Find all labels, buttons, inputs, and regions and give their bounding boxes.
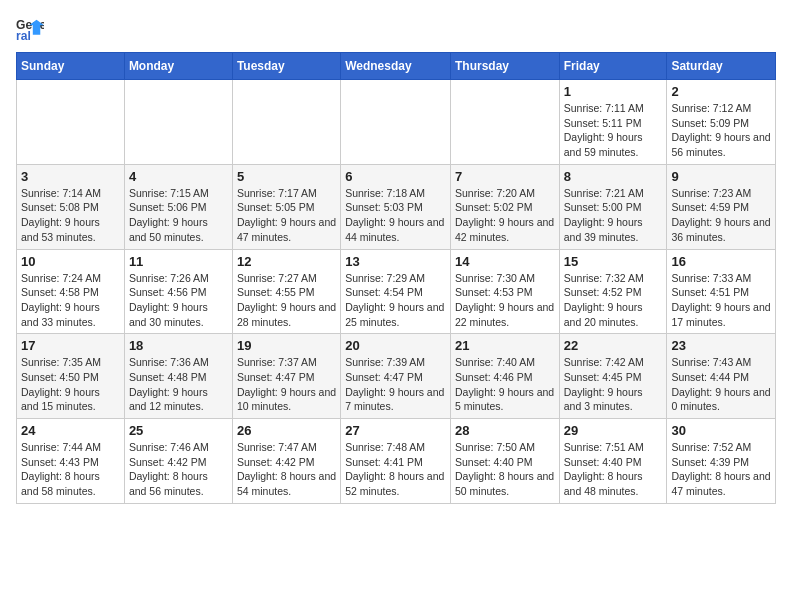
calendar-cell: 1Sunrise: 7:11 AM Sunset: 5:11 PM Daylig… <box>559 80 667 165</box>
logo: Gene ral <box>16 16 46 44</box>
day-number: 5 <box>237 169 336 184</box>
day-header-friday: Friday <box>559 53 667 80</box>
day-info: Sunrise: 7:29 AM Sunset: 4:54 PM Dayligh… <box>345 271 446 330</box>
calendar-cell: 23Sunrise: 7:43 AM Sunset: 4:44 PM Dayli… <box>667 334 776 419</box>
calendar-week-row: 3Sunrise: 7:14 AM Sunset: 5:08 PM Daylig… <box>17 164 776 249</box>
day-number: 12 <box>237 254 336 269</box>
day-header-monday: Monday <box>124 53 232 80</box>
day-number: 22 <box>564 338 663 353</box>
calendar-cell: 8Sunrise: 7:21 AM Sunset: 5:00 PM Daylig… <box>559 164 667 249</box>
day-number: 8 <box>564 169 663 184</box>
day-info: Sunrise: 7:36 AM Sunset: 4:48 PM Dayligh… <box>129 355 228 414</box>
day-info: Sunrise: 7:23 AM Sunset: 4:59 PM Dayligh… <box>671 186 771 245</box>
day-info: Sunrise: 7:43 AM Sunset: 4:44 PM Dayligh… <box>671 355 771 414</box>
day-info: Sunrise: 7:24 AM Sunset: 4:58 PM Dayligh… <box>21 271 120 330</box>
calendar-header-row: SundayMondayTuesdayWednesdayThursdayFrid… <box>17 53 776 80</box>
day-info: Sunrise: 7:50 AM Sunset: 4:40 PM Dayligh… <box>455 440 555 499</box>
calendar-cell <box>124 80 232 165</box>
calendar-cell: 3Sunrise: 7:14 AM Sunset: 5:08 PM Daylig… <box>17 164 125 249</box>
calendar-cell: 18Sunrise: 7:36 AM Sunset: 4:48 PM Dayli… <box>124 334 232 419</box>
calendar-cell: 13Sunrise: 7:29 AM Sunset: 4:54 PM Dayli… <box>341 249 451 334</box>
day-number: 30 <box>671 423 771 438</box>
day-number: 18 <box>129 338 228 353</box>
day-info: Sunrise: 7:18 AM Sunset: 5:03 PM Dayligh… <box>345 186 446 245</box>
day-number: 20 <box>345 338 446 353</box>
calendar-cell: 24Sunrise: 7:44 AM Sunset: 4:43 PM Dayli… <box>17 419 125 504</box>
day-number: 13 <box>345 254 446 269</box>
day-number: 11 <box>129 254 228 269</box>
day-info: Sunrise: 7:46 AM Sunset: 4:42 PM Dayligh… <box>129 440 228 499</box>
day-header-wednesday: Wednesday <box>341 53 451 80</box>
day-info: Sunrise: 7:17 AM Sunset: 5:05 PM Dayligh… <box>237 186 336 245</box>
calendar-cell: 15Sunrise: 7:32 AM Sunset: 4:52 PM Dayli… <box>559 249 667 334</box>
calendar-cell: 7Sunrise: 7:20 AM Sunset: 5:02 PM Daylig… <box>450 164 559 249</box>
calendar-cell <box>341 80 451 165</box>
calendar-cell: 21Sunrise: 7:40 AM Sunset: 4:46 PM Dayli… <box>450 334 559 419</box>
day-number: 1 <box>564 84 663 99</box>
day-info: Sunrise: 7:44 AM Sunset: 4:43 PM Dayligh… <box>21 440 120 499</box>
calendar-cell: 2Sunrise: 7:12 AM Sunset: 5:09 PM Daylig… <box>667 80 776 165</box>
day-info: Sunrise: 7:12 AM Sunset: 5:09 PM Dayligh… <box>671 101 771 160</box>
calendar-cell: 4Sunrise: 7:15 AM Sunset: 5:06 PM Daylig… <box>124 164 232 249</box>
day-info: Sunrise: 7:27 AM Sunset: 4:55 PM Dayligh… <box>237 271 336 330</box>
day-number: 7 <box>455 169 555 184</box>
calendar-cell <box>450 80 559 165</box>
day-info: Sunrise: 7:48 AM Sunset: 4:41 PM Dayligh… <box>345 440 446 499</box>
day-info: Sunrise: 7:47 AM Sunset: 4:42 PM Dayligh… <box>237 440 336 499</box>
day-header-thursday: Thursday <box>450 53 559 80</box>
calendar-week-row: 10Sunrise: 7:24 AM Sunset: 4:58 PM Dayli… <box>17 249 776 334</box>
day-number: 26 <box>237 423 336 438</box>
day-info: Sunrise: 7:30 AM Sunset: 4:53 PM Dayligh… <box>455 271 555 330</box>
calendar-cell: 5Sunrise: 7:17 AM Sunset: 5:05 PM Daylig… <box>232 164 340 249</box>
calendar-week-row: 24Sunrise: 7:44 AM Sunset: 4:43 PM Dayli… <box>17 419 776 504</box>
calendar-cell <box>232 80 340 165</box>
day-info: Sunrise: 7:37 AM Sunset: 4:47 PM Dayligh… <box>237 355 336 414</box>
calendar-cell: 16Sunrise: 7:33 AM Sunset: 4:51 PM Dayli… <box>667 249 776 334</box>
day-number: 17 <box>21 338 120 353</box>
day-header-saturday: Saturday <box>667 53 776 80</box>
day-info: Sunrise: 7:21 AM Sunset: 5:00 PM Dayligh… <box>564 186 663 245</box>
day-number: 6 <box>345 169 446 184</box>
calendar-cell: 25Sunrise: 7:46 AM Sunset: 4:42 PM Dayli… <box>124 419 232 504</box>
day-number: 25 <box>129 423 228 438</box>
calendar-cell: 12Sunrise: 7:27 AM Sunset: 4:55 PM Dayli… <box>232 249 340 334</box>
day-info: Sunrise: 7:11 AM Sunset: 5:11 PM Dayligh… <box>564 101 663 160</box>
calendar-cell: 10Sunrise: 7:24 AM Sunset: 4:58 PM Dayli… <box>17 249 125 334</box>
day-number: 15 <box>564 254 663 269</box>
day-number: 10 <box>21 254 120 269</box>
day-header-tuesday: Tuesday <box>232 53 340 80</box>
calendar-cell: 20Sunrise: 7:39 AM Sunset: 4:47 PM Dayli… <box>341 334 451 419</box>
day-number: 4 <box>129 169 228 184</box>
day-info: Sunrise: 7:40 AM Sunset: 4:46 PM Dayligh… <box>455 355 555 414</box>
calendar-cell: 30Sunrise: 7:52 AM Sunset: 4:39 PM Dayli… <box>667 419 776 504</box>
calendar-cell: 14Sunrise: 7:30 AM Sunset: 4:53 PM Dayli… <box>450 249 559 334</box>
calendar-cell: 29Sunrise: 7:51 AM Sunset: 4:40 PM Dayli… <box>559 419 667 504</box>
day-number: 29 <box>564 423 663 438</box>
calendar-cell: 17Sunrise: 7:35 AM Sunset: 4:50 PM Dayli… <box>17 334 125 419</box>
day-number: 21 <box>455 338 555 353</box>
calendar-week-row: 17Sunrise: 7:35 AM Sunset: 4:50 PM Dayli… <box>17 334 776 419</box>
day-header-sunday: Sunday <box>17 53 125 80</box>
page-header: Gene ral <box>16 16 776 44</box>
day-number: 16 <box>671 254 771 269</box>
day-info: Sunrise: 7:35 AM Sunset: 4:50 PM Dayligh… <box>21 355 120 414</box>
day-number: 2 <box>671 84 771 99</box>
calendar-table: SundayMondayTuesdayWednesdayThursdayFrid… <box>16 52 776 504</box>
day-info: Sunrise: 7:42 AM Sunset: 4:45 PM Dayligh… <box>564 355 663 414</box>
day-info: Sunrise: 7:33 AM Sunset: 4:51 PM Dayligh… <box>671 271 771 330</box>
day-number: 3 <box>21 169 120 184</box>
day-number: 24 <box>21 423 120 438</box>
day-info: Sunrise: 7:15 AM Sunset: 5:06 PM Dayligh… <box>129 186 228 245</box>
calendar-cell: 26Sunrise: 7:47 AM Sunset: 4:42 PM Dayli… <box>232 419 340 504</box>
day-number: 9 <box>671 169 771 184</box>
day-info: Sunrise: 7:39 AM Sunset: 4:47 PM Dayligh… <box>345 355 446 414</box>
calendar-week-row: 1Sunrise: 7:11 AM Sunset: 5:11 PM Daylig… <box>17 80 776 165</box>
day-number: 23 <box>671 338 771 353</box>
day-info: Sunrise: 7:14 AM Sunset: 5:08 PM Dayligh… <box>21 186 120 245</box>
calendar-cell: 27Sunrise: 7:48 AM Sunset: 4:41 PM Dayli… <box>341 419 451 504</box>
calendar-cell: 28Sunrise: 7:50 AM Sunset: 4:40 PM Dayli… <box>450 419 559 504</box>
day-number: 28 <box>455 423 555 438</box>
day-info: Sunrise: 7:32 AM Sunset: 4:52 PM Dayligh… <box>564 271 663 330</box>
calendar-cell: 19Sunrise: 7:37 AM Sunset: 4:47 PM Dayli… <box>232 334 340 419</box>
day-number: 27 <box>345 423 446 438</box>
